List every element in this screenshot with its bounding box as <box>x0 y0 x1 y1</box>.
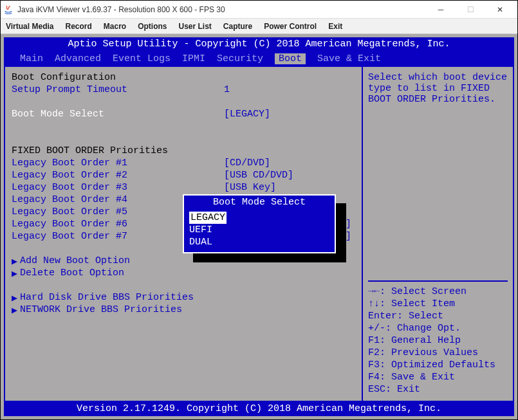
titlebar: Java iKVM Viewer v1.69.37 - Resolution 8… <box>1 1 517 19</box>
setup-prompt-timeout-label[interactable]: Setup Prompt Timeout <box>12 84 224 96</box>
menubar: Virtual Media Record Macro Options User … <box>1 19 517 34</box>
app-window: Java iKVM Viewer v1.69.37 - Resolution 8… <box>0 0 518 420</box>
hdd-bbs-priorities[interactable]: Hard Disk Drive BBS Priorities <box>20 292 194 304</box>
hint-f4: F4: Save & Exit <box>368 371 508 383</box>
menu-exit[interactable]: Exit <box>328 22 342 31</box>
triangle-icon: ▶ <box>12 292 17 304</box>
hint-enter: Enter: Select <box>368 310 508 322</box>
tab-ipmi[interactable]: IPMI <box>182 53 205 64</box>
minimize-button[interactable]: ─ <box>426 1 456 18</box>
maximize-button[interactable]: ☐ <box>456 1 485 18</box>
section-boot-config: Boot Configuration <box>12 72 224 84</box>
tab-boot[interactable]: Boot <box>275 53 306 64</box>
hint-f1: F1: General Help <box>368 334 508 347</box>
popup-option-uefi[interactable]: UEFI <box>189 224 329 236</box>
help-text: Select which boot device type to list in… <box>368 72 508 105</box>
tab-main[interactable]: Main <box>20 53 43 64</box>
close-button[interactable]: ✕ <box>485 1 515 18</box>
menu-virtual-media[interactable]: Virtual Media <box>6 22 53 31</box>
bios-right-pane: Select which boot device type to list in… <box>362 67 513 401</box>
window-title: Java iKVM Viewer v1.69.37 - Resolution 8… <box>17 5 426 14</box>
boot-order-3-value: [USB Key] <box>224 182 276 194</box>
bios-left-pane: Boot Configuration Setup Prompt Timeout … <box>5 67 362 401</box>
tab-save-exit[interactable]: Save & Exit <box>317 53 381 64</box>
menu-macro[interactable]: Macro <box>104 22 126 31</box>
delete-boot-option[interactable]: Delete Boot Option <box>20 268 124 280</box>
section-fixed-boot-order: FIXED BOOT ORDER Priorities <box>12 145 224 158</box>
bios-screen[interactable]: Aptio Setup Utility - Copyright (C) 2018… <box>1 34 517 419</box>
boot-order-2-label[interactable]: Legacy Boot Order #2 <box>12 170 224 182</box>
keyboard-hints: →←: Select Screen ↑↓: Select Item Enter:… <box>368 286 508 396</box>
tab-advanced[interactable]: Advanced <box>55 53 101 64</box>
network-bbs-priorities[interactable]: NETWORK Drive BBS Priorities <box>20 304 182 316</box>
popup-option-legacy[interactable]: LEGACY <box>189 212 227 224</box>
tab-event-logs[interactable]: Event Logs <box>113 53 171 64</box>
hint-change-opt: +/-: Change Opt. <box>368 322 508 334</box>
boot-order-1-label[interactable]: Legacy Boot Order #1 <box>12 158 224 170</box>
bios-tabs: Main Advanced Event Logs IPMI Security B… <box>4 51 514 66</box>
hint-select-item: ↑↓: Select Item <box>368 298 508 310</box>
hint-f3: F3: Optimized Defaults <box>368 359 508 371</box>
hint-esc: ESC: Exit <box>368 383 508 396</box>
menu-user-list[interactable]: User List <box>178 22 211 31</box>
boot-order-2-value: [USB CD/DVD] <box>224 170 293 182</box>
add-new-boot-option[interactable]: Add New Boot Option <box>20 255 130 268</box>
divider <box>368 280 508 282</box>
hint-select-screen: →←: Select Screen <box>368 286 508 298</box>
triangle-icon: ▶ <box>12 268 17 280</box>
hint-f2: F2: Previous Values <box>368 347 508 359</box>
boot-order-1-value: [CD/DVD] <box>224 158 270 170</box>
tab-security[interactable]: Security <box>217 53 263 64</box>
triangle-icon: ▶ <box>12 304 17 316</box>
setup-prompt-timeout-value: 1 <box>224 84 230 96</box>
menu-capture[interactable]: Capture <box>223 22 252 31</box>
popup-title: Boot Mode Select <box>209 197 310 208</box>
menu-options[interactable]: Options <box>138 22 167 31</box>
java-icon <box>3 5 14 15</box>
triangle-icon: ▶ <box>12 255 17 268</box>
popup-option-dual[interactable]: DUAL <box>189 236 329 248</box>
boot-mode-select-label[interactable]: Boot Mode Select <box>12 109 224 121</box>
bios-header: Aptio Setup Utility - Copyright (C) 2018… <box>4 37 514 51</box>
boot-mode-select-value: [LEGACY] <box>224 109 270 121</box>
boot-order-3-label[interactable]: Legacy Boot Order #3 <box>12 182 224 194</box>
menu-record[interactable]: Record <box>65 22 91 31</box>
menu-power-control[interactable]: Power Control <box>264 22 317 31</box>
boot-mode-popup: Boot Mode Select LEGACY UEFI DUAL <box>183 194 336 253</box>
bios-footer: Version 2.17.1249. Copyright (C) 2018 Am… <box>4 402 514 416</box>
bios-body: Boot Configuration Setup Prompt Timeout … <box>4 66 514 402</box>
